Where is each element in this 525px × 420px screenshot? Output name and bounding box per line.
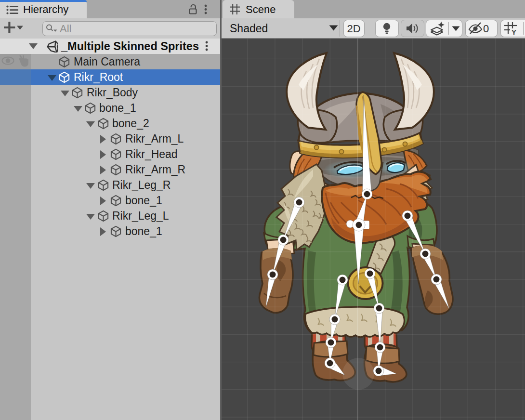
svg-text:Y: Y [512,28,516,35]
